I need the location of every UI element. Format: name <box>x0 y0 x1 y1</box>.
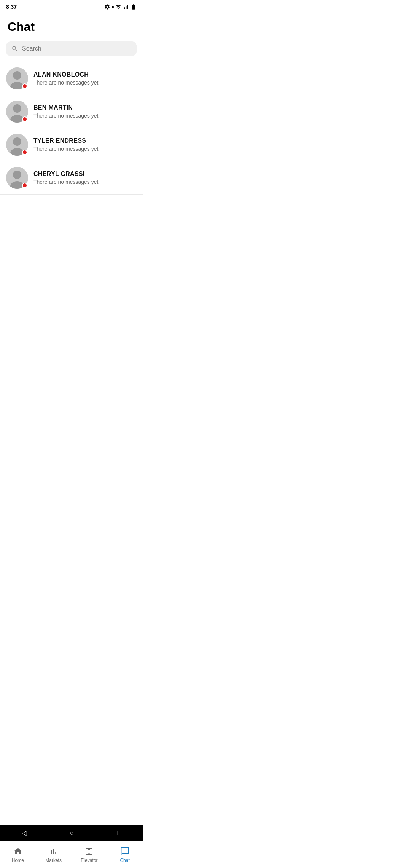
contact-message: There are no messages yet <box>33 146 137 152</box>
avatar-wrap <box>6 101 28 123</box>
online-indicator <box>22 150 27 155</box>
contact-info: ALAN KNOBLOCH There are no messages yet <box>33 71 137 86</box>
avatar-wrap <box>6 67 28 89</box>
search-input[interactable] <box>22 45 131 52</box>
online-indicator <box>22 83 27 89</box>
contact-item[interactable]: BEN MARTIN There are no messages yet <box>0 95 143 128</box>
contact-item[interactable]: CHERYL GRASSI There are no messages yet <box>0 161 143 195</box>
contact-name: TYLER ENDRESS <box>33 137 137 144</box>
notification-dot <box>112 6 114 8</box>
contact-message: There are no messages yet <box>33 179 137 185</box>
search-bar[interactable] <box>6 41 137 56</box>
contact-name: BEN MARTIN <box>33 104 137 111</box>
page-title: Chat <box>8 20 135 34</box>
svg-point-10 <box>13 171 21 179</box>
search-icon <box>11 45 18 52</box>
wifi-icon <box>115 4 121 10</box>
contacts-list: ALAN KNOBLOCH There are no messages yet … <box>0 62 143 240</box>
contact-info: BEN MARTIN There are no messages yet <box>33 104 137 119</box>
battery-icon <box>131 4 137 10</box>
status-bar: 8:37 <box>0 0 143 14</box>
contact-item[interactable]: ALAN KNOBLOCH There are no messages yet <box>0 62 143 95</box>
contact-name: ALAN KNOBLOCH <box>33 71 137 78</box>
svg-point-1 <box>13 71 21 80</box>
contact-message: There are no messages yet <box>33 80 137 86</box>
settings-icon <box>104 4 110 10</box>
status-icons <box>104 4 137 10</box>
avatar-wrap <box>6 167 28 189</box>
contact-info: CHERYL GRASSI There are no messages yet <box>33 171 137 185</box>
status-time: 8:37 <box>6 4 17 10</box>
avatar-wrap <box>6 134 28 156</box>
signal-icon <box>123 4 129 10</box>
svg-point-4 <box>13 104 21 113</box>
search-container <box>6 41 137 56</box>
svg-point-7 <box>13 137 21 146</box>
contact-message: There are no messages yet <box>33 113 137 119</box>
online-indicator <box>22 116 27 122</box>
contact-name: CHERYL GRASSI <box>33 171 137 177</box>
page-header: Chat <box>0 14 143 38</box>
online-indicator <box>22 183 27 188</box>
contact-info: TYLER ENDRESS There are no messages yet <box>33 137 137 152</box>
contact-item[interactable]: TYLER ENDRESS There are no messages yet <box>0 128 143 161</box>
